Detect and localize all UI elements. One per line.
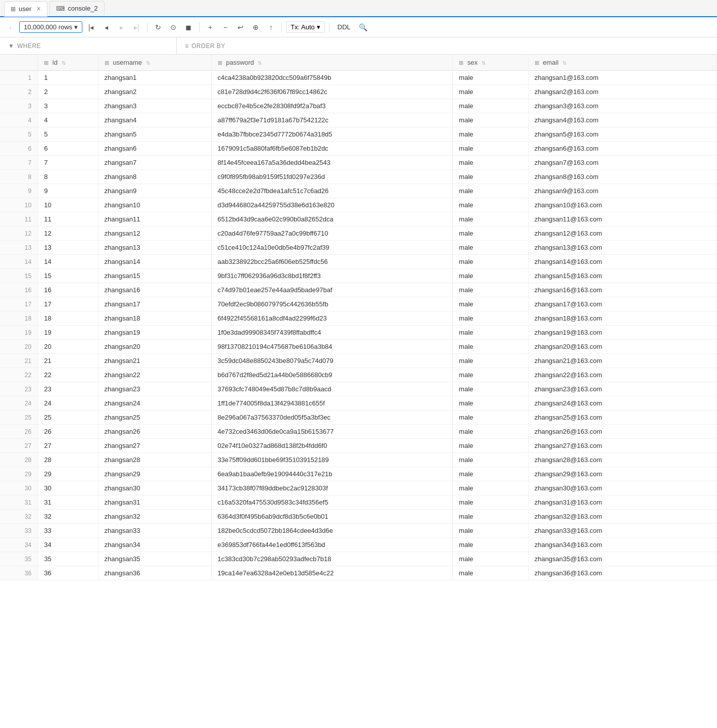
data-cell[interactable]: zhangsan10 — [98, 198, 211, 212]
data-cell[interactable]: zhangsan6 — [98, 142, 211, 156]
table-row[interactable]: 1515zhangsan159bf31c7ff062936a96d3c8bd1f… — [0, 269, 717, 283]
data-cell[interactable]: 36 — [38, 566, 98, 580]
data-cell[interactable]: 23 — [38, 382, 98, 396]
time-button[interactable]: ⊙ — [167, 21, 180, 34]
table-row[interactable]: 22zhangsan2c81e728d9d4c2f636f067f89cc148… — [0, 85, 717, 99]
data-cell[interactable]: zhangsan16 — [98, 283, 211, 297]
col-header-password[interactable]: ⊞ password ⇅ — [211, 55, 453, 71]
data-cell[interactable]: 4 — [38, 113, 98, 127]
data-cell[interactable]: 3 — [38, 99, 98, 113]
data-cell[interactable]: male — [453, 255, 528, 269]
table-row[interactable]: 11zhangsan1c4ca4238a0b923820dcc509a6f758… — [0, 71, 717, 85]
data-cell[interactable]: male — [453, 99, 528, 113]
data-cell[interactable]: zhangsan14@163.com — [528, 255, 716, 269]
table-row[interactable]: 1919zhangsan191f0e3dad99908345f7439f8ffa… — [0, 326, 717, 340]
data-cell[interactable]: zhangsan23 — [98, 382, 211, 396]
row-number-cell[interactable]: 35 — [0, 552, 38, 566]
data-cell[interactable]: 70efdf2ec9b086079795c442636b55fb — [211, 297, 453, 311]
data-cell[interactable]: 17 — [38, 297, 98, 311]
data-cell[interactable]: zhangsan30 — [98, 481, 211, 495]
data-cell[interactable]: 37693cfc748049e45d87b8c7d8b9aacd — [211, 382, 453, 396]
data-cell[interactable]: 1f0e3dad99908345f7439f8ffabdffc4 — [211, 326, 453, 340]
data-cell[interactable]: male — [453, 226, 528, 241]
table-row[interactable]: 1111zhangsan116512bd43d9caa6e02c990b0a82… — [0, 212, 717, 226]
data-cell[interactable]: zhangsan2@163.com — [528, 85, 716, 99]
col-header-id[interactable]: ⊞ id ⇅ — [38, 55, 98, 71]
data-cell[interactable]: zhangsan17 — [98, 297, 211, 311]
data-cell[interactable]: 1ff1de774005f8da13f42943881c655f — [211, 396, 453, 411]
table-row[interactable]: 3232zhangsan326364d3f0f495b6ab9dcf8d3b5c… — [0, 510, 717, 524]
data-cell[interactable]: zhangsan9@163.com — [528, 184, 716, 198]
row-number-cell[interactable]: 13 — [0, 241, 38, 255]
row-number-cell[interactable]: 22 — [0, 368, 38, 382]
data-cell[interactable]: zhangsan20 — [98, 340, 211, 354]
data-cell[interactable]: zhangsan16@163.com — [528, 283, 716, 297]
table-row[interactable]: 99zhangsan945c48cce2e2d7fbdea1afc51c7c6a… — [0, 184, 717, 198]
data-cell[interactable]: 6 — [38, 142, 98, 156]
row-number-cell[interactable]: 1 — [0, 71, 38, 85]
data-cell[interactable]: eccbc87e4b5ce2fe28308fd9f2a7baf3 — [211, 99, 453, 113]
data-cell[interactable]: 33 — [38, 524, 98, 538]
data-cell[interactable]: 32 — [38, 510, 98, 524]
data-cell[interactable]: 22 — [38, 368, 98, 382]
username-sort-icon[interactable]: ⇅ — [146, 60, 150, 66]
data-cell[interactable]: male — [453, 198, 528, 212]
tab-user[interactable]: ⊞ user ✕ — [4, 2, 47, 17]
data-cell[interactable]: zhangsan27@163.com — [528, 439, 716, 453]
data-cell[interactable]: 34173cb38f07f89ddbebc2ac9128303f — [211, 481, 453, 495]
data-cell[interactable]: c81e728d9d4c2f636f067f89cc14862c — [211, 85, 453, 99]
row-number-cell[interactable]: 6 — [0, 142, 38, 156]
data-cell[interactable]: male — [453, 439, 528, 453]
data-cell[interactable]: zhangsan33 — [98, 524, 211, 538]
row-number-cell[interactable]: 7 — [0, 156, 38, 170]
data-cell[interactable]: male — [453, 311, 528, 326]
data-cell[interactable]: zhangsan25 — [98, 411, 211, 425]
data-cell[interactable]: male — [453, 71, 528, 85]
data-cell[interactable]: zhangsan21@163.com — [528, 354, 716, 368]
data-cell[interactable]: zhangsan15@163.com — [528, 269, 716, 283]
data-cell[interactable]: 6f4922f45568161a8cdf4ad2299f6d23 — [211, 311, 453, 326]
table-row[interactable]: 2525zhangsan258e296a067a37563370ded05f5a… — [0, 411, 717, 425]
data-cell[interactable]: zhangsan12 — [98, 226, 211, 241]
row-number-cell[interactable]: 12 — [0, 226, 38, 241]
data-cell[interactable]: c9f0f895fb98ab9159f51fd0297e236d — [211, 170, 453, 184]
data-cell[interactable]: zhangsan13 — [98, 241, 211, 255]
data-cell[interactable]: zhangsan29@163.com — [528, 467, 716, 481]
data-cell[interactable]: 8e296a067a37563370ded05f5a3bf3ec — [211, 411, 453, 425]
data-cell[interactable]: d3d9446802a44259755d38e6d163e820 — [211, 198, 453, 212]
data-cell[interactable]: zhangsan30@163.com — [528, 481, 716, 495]
data-cell[interactable]: male — [453, 368, 528, 382]
data-cell[interactable]: 4e732ced3463d06de0ca9a15b6153677 — [211, 425, 453, 439]
data-cell[interactable]: zhangsan26@163.com — [528, 425, 716, 439]
table-row[interactable]: 3535zhangsan351c383cd30b7c298ab50293adfe… — [0, 552, 717, 566]
row-number-cell[interactable]: 18 — [0, 311, 38, 326]
data-cell[interactable]: male — [453, 495, 528, 510]
data-cell[interactable]: c20ad4d76fe97759aa27a0c99bff6710 — [211, 226, 453, 241]
data-cell[interactable]: zhangsan12@163.com — [528, 226, 716, 241]
data-cell[interactable]: zhangsan11 — [98, 212, 211, 226]
data-cell[interactable]: 9 — [38, 184, 98, 198]
data-cell[interactable]: zhangsan21 — [98, 354, 211, 368]
table-row[interactable]: 33zhangsan3eccbc87e4b5ce2fe28308fd9f2a7b… — [0, 99, 717, 113]
data-cell[interactable]: zhangsan35@163.com — [528, 552, 716, 566]
row-number-cell[interactable]: 26 — [0, 425, 38, 439]
data-cell[interactable]: male — [453, 382, 528, 396]
row-number-cell[interactable]: 21 — [0, 354, 38, 368]
password-sort-icon[interactable]: ⇅ — [258, 60, 262, 66]
data-cell[interactable]: 13 — [38, 241, 98, 255]
data-cell[interactable]: male — [453, 156, 528, 170]
table-row[interactable]: 66zhangsan61679091c5a880faf6fb5e6087eb1b… — [0, 142, 717, 156]
data-cell[interactable]: zhangsan17@163.com — [528, 297, 716, 311]
row-number-cell[interactable]: 16 — [0, 283, 38, 297]
data-cell[interactable]: 18 — [38, 311, 98, 326]
table-row[interactable]: 1717zhangsan1770efdf2ec9b086079795c44263… — [0, 297, 717, 311]
data-cell[interactable]: zhangsan26 — [98, 425, 211, 439]
table-row[interactable]: 2828zhangsan2833e75ff09dd601bbe69f351039… — [0, 453, 717, 467]
row-number-cell[interactable]: 10 — [0, 198, 38, 212]
data-cell[interactable]: c4ca4238a0b923820dcc509a6f75849b — [211, 71, 453, 85]
data-cell[interactable]: 6ea9ab1baa0efb9e19094440c317e21b — [211, 467, 453, 481]
data-cell[interactable]: 6364d3f0f495b6ab9dcf8d3b5c6e0b01 — [211, 510, 453, 524]
search-button[interactable]: 🔍 — [357, 21, 370, 34]
data-cell[interactable]: 19ca14e7ea6328a42e0eb13d585e4c22 — [211, 566, 453, 580]
data-cell[interactable]: zhangsan31 — [98, 495, 211, 510]
